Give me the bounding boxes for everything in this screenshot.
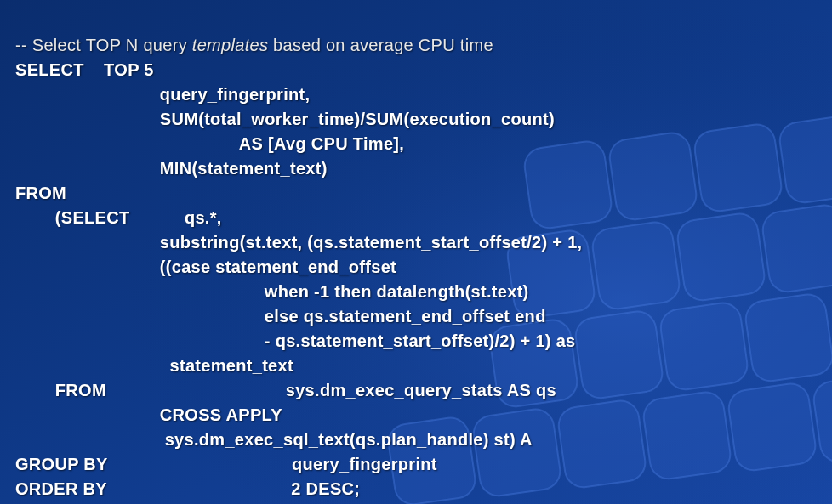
code-line-08: substring(st.text, (qs.statement_start_o… xyxy=(15,233,582,252)
code-line-04: AS [Avg CPU Time], xyxy=(15,134,404,153)
code-line-13: statement_text xyxy=(15,356,293,375)
code-line-07: (SELECT qs.*, xyxy=(15,208,222,227)
code-line-17: GROUP BY query_fingerprint xyxy=(15,455,437,473)
code-line-16: sys.dm_exec_sql_text(qs.plan_handle) st)… xyxy=(15,430,533,449)
code-line-05: MIN(statement_text) xyxy=(15,159,328,178)
sql-comment: -- Select TOP N query templates based on… xyxy=(15,36,493,54)
sql-code-block: -- Select TOP N query templates based on… xyxy=(0,0,832,504)
comment-prefix: -- Select TOP N query xyxy=(15,36,192,54)
code-line-12: - qs.statement_start_offset)/2) + 1) as xyxy=(15,331,576,350)
code-line-09: ((case statement_end_offset xyxy=(15,258,396,276)
code-line-01: SELECT TOP 5 xyxy=(15,60,154,79)
comment-suffix: based on average CPU time xyxy=(268,36,493,54)
comment-italic: templates xyxy=(192,36,268,54)
code-line-02: query_fingerprint, xyxy=(15,85,310,104)
code-line-10: when -1 then datalength(st.text) xyxy=(15,282,529,301)
code-line-18: ORDER BY 2 DESC; xyxy=(15,479,360,498)
code-line-11: else qs.statement_end_offset end xyxy=(15,307,546,326)
code-line-15: CROSS APPLY xyxy=(15,405,282,424)
code-line-03: SUM(total_worker_time)/SUM(execution_cou… xyxy=(15,110,555,128)
code-line-14: FROM sys.dm_exec_query_stats AS qs xyxy=(15,381,556,399)
code-line-06: FROM xyxy=(15,184,66,202)
